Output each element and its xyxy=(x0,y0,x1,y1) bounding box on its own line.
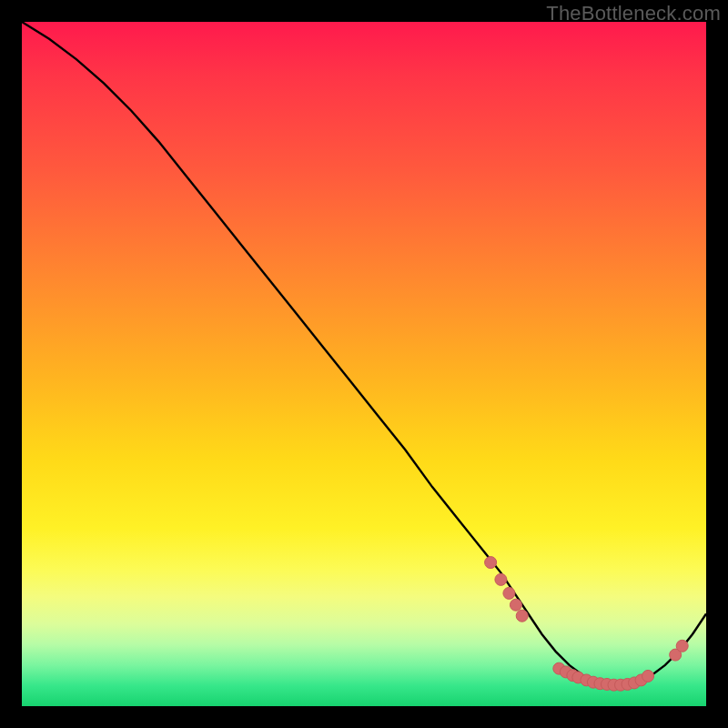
chart-stage: TheBottleneck.com xyxy=(0,0,728,728)
data-dot xyxy=(516,610,528,622)
chart-svg xyxy=(22,22,706,706)
plot-area xyxy=(22,22,706,706)
data-dot xyxy=(485,557,497,569)
watermark-text: TheBottleneck.com xyxy=(546,2,721,25)
data-dot xyxy=(676,640,688,652)
data-dot xyxy=(510,599,521,611)
data-dot xyxy=(503,587,515,599)
curve-line xyxy=(22,22,706,685)
data-dot xyxy=(495,573,507,585)
data-dot xyxy=(642,670,654,682)
